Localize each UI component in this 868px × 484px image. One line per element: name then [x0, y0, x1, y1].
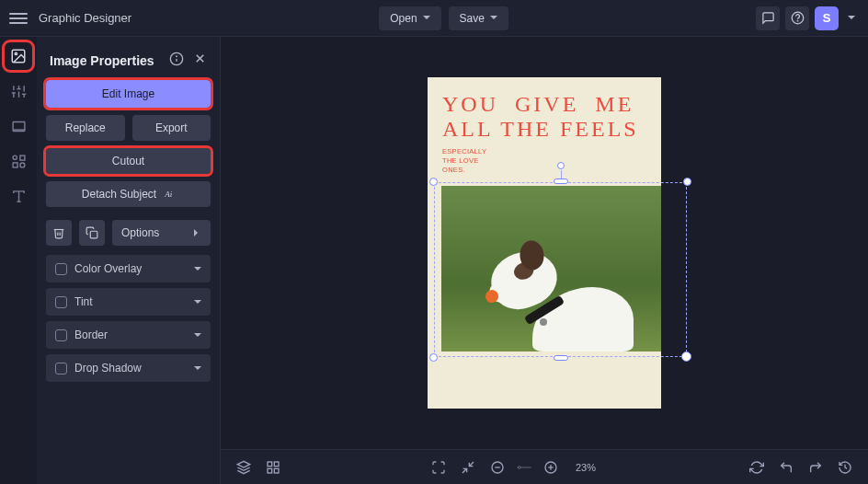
left-rail — [0, 37, 37, 484]
svg-point-18 — [19, 162, 24, 167]
chevron-right-icon — [194, 229, 201, 236]
adjust-tool-icon[interactable] — [6, 79, 30, 103]
chevron-down-icon — [848, 16, 855, 23]
topbar: Graphic Designer Open Save S — [0, 0, 868, 37]
history-icon[interactable] — [835, 457, 855, 478]
color-overlay-checkbox[interactable] — [55, 263, 67, 275]
zoom-slider[interactable] — [517, 457, 531, 478]
svg-point-35 — [518, 466, 520, 468]
zoom-in-icon[interactable] — [541, 457, 561, 478]
svg-rect-29 — [274, 462, 279, 467]
drop-shadow-section[interactable]: Drop Shadow — [46, 354, 211, 382]
text-tool-icon[interactable] — [6, 184, 30, 208]
svg-point-1 — [797, 20, 798, 21]
dog-illustration — [496, 227, 634, 351]
resize-handle-tl[interactable] — [429, 178, 438, 186]
chevron-down-icon — [490, 16, 497, 23]
svg-rect-30 — [274, 468, 279, 473]
layout-tool-icon[interactable] — [6, 114, 30, 138]
detach-subject-label: Detach Subject — [82, 188, 156, 201]
components-tool-icon[interactable] — [6, 149, 30, 173]
border-checkbox[interactable] — [55, 329, 67, 341]
border-label: Border — [74, 328, 108, 341]
sync-icon[interactable] — [747, 457, 767, 478]
chevron-down-icon — [194, 366, 201, 374]
tint-label: Tint — [74, 295, 93, 308]
grid-icon[interactable] — [263, 457, 283, 478]
chevron-down-icon — [194, 300, 201, 307]
image-tool-icon[interactable] — [6, 44, 30, 68]
poster-subline[interactable]: ESPECIALLY THE LOVE ONES. — [442, 147, 646, 175]
detach-subject-button[interactable]: Detach Subject Ai — [46, 181, 211, 207]
info-icon[interactable] — [169, 52, 184, 69]
drop-shadow-checkbox[interactable] — [55, 363, 67, 375]
open-button[interactable]: Open — [379, 6, 440, 30]
resize-handle-top[interactable] — [554, 179, 568, 184]
bottombar: 23% — [221, 449, 868, 484]
menu-button[interactable] — [9, 9, 28, 28]
svg-marker-27 — [237, 461, 249, 467]
chevron-down-icon — [194, 333, 201, 340]
save-button[interactable]: Save — [449, 6, 508, 30]
poster-artboard[interactable]: YOU GIVE ME ALL THE FEELS ESPECIALLY THE… — [428, 77, 661, 409]
cutout-button[interactable]: Cutout — [46, 148, 211, 174]
options-button[interactable]: Options — [112, 220, 211, 246]
svg-rect-28 — [268, 462, 272, 467]
properties-panel: Image Properties Edit Image Replace Expo… — [37, 37, 221, 484]
svg-point-15 — [13, 156, 17, 159]
poster-image[interactable] — [441, 186, 661, 351]
replace-button[interactable]: Replace — [46, 115, 125, 141]
svg-rect-17 — [13, 162, 17, 167]
save-button-label: Save — [460, 12, 485, 25]
close-icon[interactable] — [193, 52, 207, 69]
layers-icon[interactable] — [234, 457, 254, 478]
panel-title: Image Properties — [50, 53, 154, 68]
canvas[interactable]: YOU GIVE ME ALL THE FEELS ESPECIALLY THE… — [221, 37, 868, 449]
options-label: Options — [121, 226, 159, 239]
chevron-down-icon — [423, 16, 430, 23]
resize-handle-bottom[interactable] — [554, 355, 568, 361]
rotate-handle[interactable] — [557, 162, 565, 169]
resize-handle-tr[interactable] — [683, 178, 691, 186]
tint-checkbox[interactable] — [55, 296, 67, 308]
avatar[interactable]: S — [815, 6, 839, 30]
fit-screen-icon[interactable] — [428, 457, 449, 478]
resize-handle-bl[interactable] — [429, 353, 438, 362]
help-icon[interactable] — [785, 6, 809, 30]
svg-point-3 — [15, 52, 17, 54]
svg-point-23 — [177, 56, 177, 57]
poster-headline[interactable]: YOU GIVE ME ALL THE FEELS — [442, 92, 646, 142]
delete-button[interactable] — [46, 220, 72, 246]
app-title: Graphic Designer — [39, 11, 131, 25]
zoom-level[interactable]: 23% — [570, 462, 601, 473]
redo-icon[interactable] — [805, 457, 826, 478]
color-overlay-section[interactable]: Color Overlay — [46, 255, 211, 282]
edit-image-button[interactable]: Edit Image — [46, 80, 211, 108]
export-button[interactable]: Export — [132, 115, 211, 141]
duplicate-button[interactable] — [79, 220, 105, 246]
color-overlay-label: Color Overlay — [74, 262, 142, 275]
avatar-menu[interactable] — [844, 6, 859, 30]
border-section[interactable]: Border — [46, 321, 211, 349]
svg-rect-31 — [268, 468, 272, 473]
drop-shadow-label: Drop Shadow — [74, 362, 142, 375]
resize-handle-br[interactable] — [681, 351, 691, 362]
open-button-label: Open — [390, 12, 417, 25]
panel-header: Image Properties — [46, 46, 211, 80]
svg-rect-16 — [19, 156, 24, 160]
comment-icon[interactable] — [756, 6, 780, 30]
ai-badge: Ai — [162, 189, 175, 200]
selected-image-frame[interactable] — [434, 182, 687, 357]
svg-rect-26 — [90, 231, 97, 238]
tint-section[interactable]: Tint — [46, 288, 211, 316]
zoom-out-icon[interactable] — [487, 457, 508, 478]
chevron-down-icon — [194, 267, 201, 274]
actual-size-icon[interactable] — [458, 457, 478, 478]
undo-icon[interactable] — [776, 457, 796, 478]
